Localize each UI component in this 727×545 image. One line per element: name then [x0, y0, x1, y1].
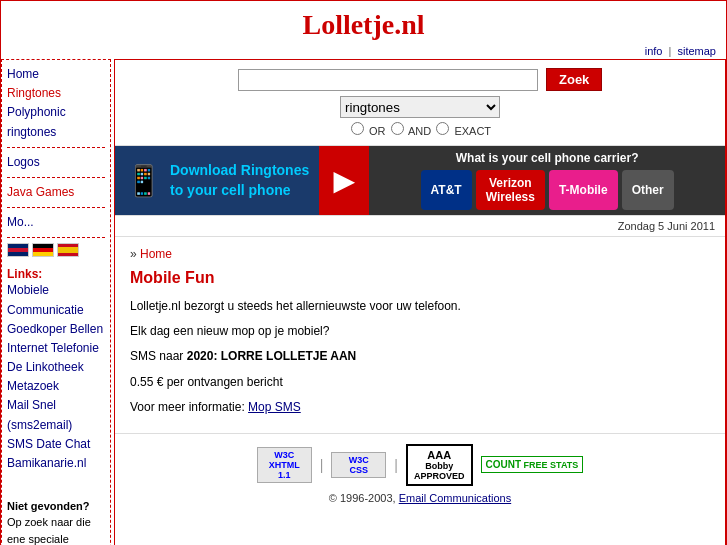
badge-aaa: AAA Bobby APPROVED — [406, 444, 473, 486]
header: Lolletje.nl — [1, 1, 726, 43]
arrow-icon: ► — [326, 160, 362, 202]
mop-sms-link[interactable]: Mop SMS — [248, 400, 301, 414]
main-layout: Home Ringtones Polyphonic ringtones Logo… — [1, 59, 726, 545]
sidebar-item-home[interactable]: Home — [7, 65, 105, 84]
not-found-text: Op zoek naar die ene speciale ringtone? … — [7, 514, 105, 545]
header-links: info | sitemap — [1, 43, 726, 59]
breadcrumb-home-link[interactable]: Home — [140, 247, 172, 261]
sidebar-link-communicatie[interactable]: Communicatie — [7, 301, 105, 320]
carriers-area: What is your cell phone carrier? AT&T Ve… — [369, 146, 725, 215]
search-radio-row: OR AND EXACT — [123, 122, 717, 137]
article-more: Voor meer informatie: Mop SMS — [130, 398, 710, 417]
banner-area: 📱 Download Ringtones to your cell phone … — [115, 146, 725, 216]
sidebar-link-goedkoper[interactable]: Goedkoper Bellen — [7, 320, 105, 339]
not-found-title: Niet gevonden? — [7, 500, 90, 512]
sidebar-link-metazoek[interactable]: Metazoek — [7, 377, 105, 396]
search-input[interactable] — [238, 69, 538, 91]
banner-left: 📱 Download Ringtones to your cell phone — [115, 146, 319, 215]
content-area: Zoek ringtones logos java games polyphon… — [114, 59, 726, 545]
separator4 — [7, 237, 105, 238]
flags-row — [7, 243, 105, 257]
date-row: Zondag 5 Juni 2011 — [115, 216, 725, 237]
sidebar-link-smsdatechat[interactable]: SMS Date Chat — [7, 435, 105, 454]
article-date: Zondag 5 Juni 2011 — [618, 220, 715, 232]
carrier-other-button[interactable]: Other — [622, 170, 674, 210]
radio-or[interactable] — [351, 122, 364, 135]
carrier-tmobile-button[interactable]: T-Mobile — [549, 170, 618, 210]
sitemap-link[interactable]: sitemap — [677, 45, 716, 57]
article-sms: SMS naar 2020: LORRE LOLLETJE AAN — [130, 347, 710, 366]
sidebar-link-internet[interactable]: Internet Telefonie — [7, 339, 105, 358]
article-para2: Elk dag een nieuw mop op je mobiel? — [130, 322, 710, 341]
site-title: Lolletje.nl — [1, 9, 726, 41]
sidebar-link-mail[interactable]: Mail — [7, 396, 29, 415]
search-row: Zoek — [123, 68, 717, 91]
sidebar: Home Ringtones Polyphonic ringtones Logo… — [1, 59, 111, 545]
search-select[interactable]: ringtones logos java games polyphonic — [340, 96, 500, 118]
flag-es[interactable] — [57, 243, 79, 257]
banner-inner: 📱 Download Ringtones to your cell phone … — [115, 146, 725, 215]
copyright-link[interactable]: Email Communications — [399, 492, 511, 504]
sidebar-item-javagames[interactable]: Java Games — [7, 183, 105, 202]
sidebar-link-mobiele[interactable]: Mobiele — [7, 281, 105, 300]
sidebar-item-ringtones2[interactable]: ringtones — [7, 123, 105, 142]
carrier-question: What is your cell phone carrier? — [374, 151, 720, 165]
search-area: Zoek ringtones logos java games polyphon… — [115, 60, 725, 146]
sidebar-link-linkotheek[interactable]: De Linkotheek — [7, 358, 105, 377]
article-text: Lolletje.nl bezorgt u steeds het allerni… — [130, 297, 710, 417]
article: » Home Mobile Fun Lolletje.nl bezorgt u … — [115, 237, 725, 433]
sidebar-item-ringtones[interactable]: Ringtones — [7, 84, 105, 103]
article-title: Mobile Fun — [130, 269, 710, 287]
separator-pipe1: | — [320, 457, 324, 473]
carrier-buttons: AT&T VerizonWireless T-Mobile Other — [374, 170, 720, 210]
breadcrumb: » Home — [130, 247, 710, 261]
flag-de[interactable] — [32, 243, 54, 257]
sidebar-item-polyphonic[interactable]: Polyphonic — [7, 103, 105, 122]
sidebar-item-logos[interactable]: Logos — [7, 153, 105, 172]
badge-xhtml: W3C XHTML 1.1 — [257, 447, 312, 483]
separator3 — [7, 207, 105, 208]
sidebar-item-mo[interactable]: Mo... — [7, 213, 105, 232]
badge-row: W3C XHTML 1.1 | W3C CSS | AAA Bobby APPR… — [125, 444, 715, 486]
links-title: Links: — [7, 267, 42, 281]
footer-copyright: © 1996-2003, Email Communications — [125, 492, 715, 504]
separator1 — [7, 147, 105, 148]
sidebar-link-sms2email[interactable]: (sms2email) — [7, 416, 105, 435]
article-para1: Lolletje.nl bezorgt u steeds het allerni… — [130, 297, 710, 316]
not-found-section: Niet gevonden? Op zoek naar die ene spec… — [7, 481, 105, 545]
footer-badges: W3C XHTML 1.1 | W3C CSS | AAA Bobby APPR… — [115, 433, 725, 514]
sidebar-link-snel[interactable]: Snel — [32, 396, 56, 415]
carrier-att-button[interactable]: AT&T — [421, 170, 472, 210]
search-select-row: ringtones logos java games polyphonic — [123, 96, 717, 118]
article-price: 0.55 € per ontvangen bericht — [130, 373, 710, 392]
search-button[interactable]: Zoek — [546, 68, 602, 91]
radio-and[interactable] — [391, 122, 404, 135]
carrier-verizon-button[interactable]: VerizonWireless — [476, 170, 545, 210]
sidebar-link-bamikanarie[interactable]: Bamikanarie.nl — [7, 454, 105, 473]
separator2 — [7, 177, 105, 178]
banner-download-text: Download Ringtones to your cell phone — [170, 161, 309, 200]
info-link[interactable]: info — [645, 45, 663, 57]
phone-icon: 📱 — [125, 163, 162, 198]
flag-uk[interactable] — [7, 243, 29, 257]
separator-pipe2: | — [394, 457, 398, 473]
links-section: Links: Mobiele Communicatie Goedkoper Be… — [7, 267, 105, 473]
radio-exact[interactable] — [436, 122, 449, 135]
badge-count: COUNT FREE STATS — [481, 456, 584, 473]
carriers-wrapper: What is your cell phone carrier? AT&T Ve… — [374, 151, 720, 210]
arrow-area: ► — [319, 146, 369, 215]
badge-css: W3C CSS — [331, 452, 386, 478]
